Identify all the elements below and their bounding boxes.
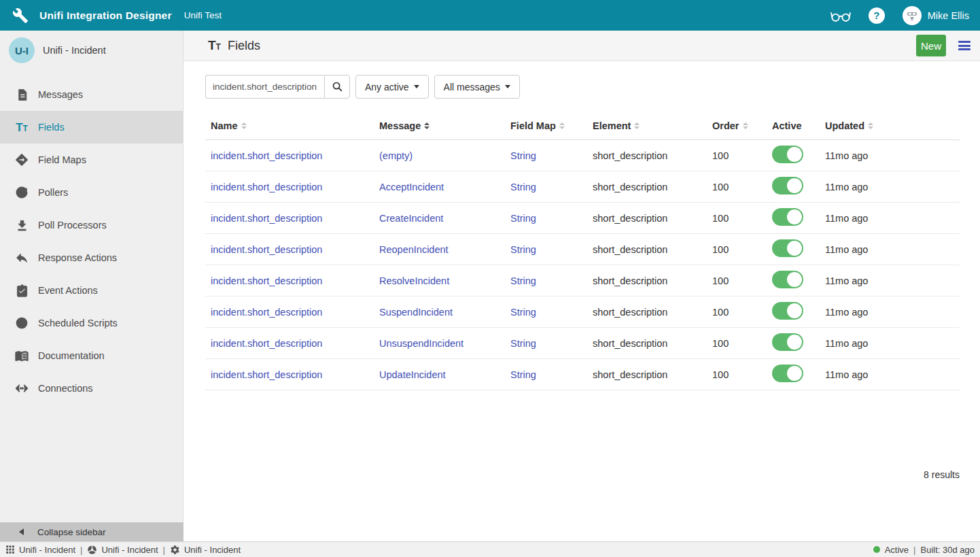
active-toggle[interactable]: [772, 333, 803, 351]
element-cell: short_description: [587, 182, 707, 192]
sidebar-item-scheduled-scripts[interactable]: Scheduled Scripts: [0, 307, 183, 339]
column-header-order[interactable]: Order: [707, 114, 767, 139]
statusbar-item-0[interactable]: Unifi - Incident: [5, 545, 75, 555]
column-header-message[interactable]: Message: [374, 114, 505, 139]
integration-name: Unifi - Incident: [43, 45, 106, 56]
field-map-link[interactable]: String: [510, 213, 536, 224]
main-panel: TT Fields New Any active All messages: [183, 31, 980, 541]
table-row: incident.short_description ResolveIncide…: [205, 265, 960, 297]
search-button[interactable]: [324, 75, 350, 99]
field-name-link[interactable]: incident.short_description: [211, 213, 322, 224]
field-maps-icon: [14, 152, 30, 168]
pollers-clock-icon: [14, 184, 30, 201]
column-header-name[interactable]: Name: [205, 114, 374, 139]
column-header-field-map[interactable]: Field Map: [505, 114, 587, 139]
field-name-link[interactable]: incident.short_description: [211, 244, 322, 255]
active-filter-dropdown[interactable]: Any active: [355, 75, 429, 99]
search-input[interactable]: [205, 75, 324, 99]
message-link[interactable]: ResolveIncident: [379, 275, 449, 286]
sidebar-item-poll-processors[interactable]: Poll Processors: [0, 209, 183, 241]
page-header: TT Fields New: [183, 31, 980, 61]
statusbar-item-1[interactable]: Unifi - Incident: [87, 545, 158, 555]
toggle-knob: [787, 303, 802, 318]
message-link[interactable]: UpdateIncident: [379, 369, 446, 380]
sort-icon: [241, 122, 247, 129]
glasses-icon[interactable]: [830, 8, 851, 23]
field-name-link[interactable]: incident.short_description: [211, 369, 322, 380]
active-toggle[interactable]: [772, 208, 803, 226]
field-map-link[interactable]: String: [510, 182, 536, 192]
field-map-link[interactable]: String: [510, 338, 536, 349]
order-cell: 100: [707, 275, 767, 286]
updated-cell: 11mo ago: [820, 369, 960, 380]
gear-icon: [170, 545, 180, 555]
sidebar-item-messages[interactable]: Messages: [0, 78, 183, 111]
sidebar-item-event-actions[interactable]: Event Actions: [0, 274, 183, 307]
field-map-link[interactable]: String: [510, 150, 536, 161]
environment-label[interactable]: Unifi Test: [184, 10, 222, 20]
sidebar-item-connections[interactable]: Connections: [0, 372, 183, 405]
column-header-active[interactable]: Active: [767, 114, 820, 139]
sidebar-item-fields[interactable]: TT Fields: [0, 111, 183, 144]
sidebar-item-field-maps[interactable]: Field Maps: [0, 144, 183, 176]
active-toggle[interactable]: [772, 146, 803, 163]
message-link[interactable]: (empty): [379, 150, 413, 161]
column-header-updated[interactable]: Updated: [820, 114, 960, 139]
active-toggle[interactable]: [772, 239, 803, 257]
sidebar-item-pollers[interactable]: Pollers: [0, 176, 183, 209]
active-toggle[interactable]: [772, 271, 803, 288]
table-row: incident.short_description UnsuspendInci…: [205, 328, 960, 359]
sidebar-item-documentation[interactable]: Documentation: [0, 339, 183, 372]
toggle-knob: [787, 209, 802, 224]
text-fields-icon: TT: [14, 119, 30, 135]
statusbar-item-2[interactable]: Unifi - Incident: [170, 545, 241, 555]
sidebar: U-I Unifi - Incident Messages TT Fields …: [0, 31, 183, 522]
integration-header[interactable]: U-I Unifi - Incident: [0, 31, 183, 70]
field-map-link[interactable]: String: [510, 307, 536, 318]
field-name-link[interactable]: incident.short_description: [211, 307, 322, 318]
field-map-link[interactable]: String: [510, 369, 536, 380]
sort-icon: [559, 122, 565, 129]
clipboard-check-icon: [14, 282, 30, 299]
sort-icon: [634, 122, 640, 129]
order-cell: 100: [707, 213, 767, 224]
field-name-link[interactable]: incident.short_description: [211, 150, 322, 161]
message-link[interactable]: ReopenIncident: [379, 244, 449, 255]
column-header-element[interactable]: Element: [587, 114, 707, 139]
message-link[interactable]: SuspendIncident: [379, 307, 453, 318]
wrench-icon: [12, 7, 29, 24]
element-cell: short_description: [587, 275, 707, 286]
sort-icon: [743, 122, 748, 129]
message-link[interactable]: CreateIncident: [379, 213, 443, 224]
table-row: incident.short_description UpdateInciden…: [205, 359, 960, 390]
element-cell: short_description: [587, 338, 707, 349]
book-icon: [14, 348, 30, 364]
app-title: Unifi Integration Designer: [39, 10, 172, 22]
field-name-link[interactable]: incident.short_description: [211, 182, 322, 192]
collapse-sidebar-button[interactable]: Collapse sidebar: [0, 522, 183, 541]
new-button[interactable]: New: [916, 35, 946, 56]
wheel-icon: [87, 545, 97, 555]
reply-arrow-icon: [14, 250, 30, 266]
sidebar-item-response-actions[interactable]: Response Actions: [0, 241, 183, 274]
message-filter-dropdown[interactable]: All messages: [434, 75, 520, 99]
play-circle-icon: [14, 315, 30, 331]
field-map-link[interactable]: String: [510, 244, 536, 255]
updated-cell: 11mo ago: [820, 182, 960, 192]
help-icon[interactable]: ?: [869, 7, 885, 24]
field-name-link[interactable]: incident.short_description: [211, 275, 322, 286]
text-fields-icon: TT: [208, 39, 221, 52]
field-name-link[interactable]: incident.short_description: [211, 338, 322, 349]
user-name[interactable]: Mike Ellis: [928, 10, 969, 21]
toggle-knob: [787, 178, 802, 193]
user-avatar[interactable]: [903, 6, 922, 25]
table-row: incident.short_description SuspendIncide…: [205, 297, 960, 328]
active-toggle[interactable]: [772, 365, 803, 382]
message-link[interactable]: UnsuspendIncident: [379, 338, 463, 349]
toggle-knob: [787, 241, 802, 256]
field-map-link[interactable]: String: [510, 275, 536, 286]
menu-icon[interactable]: [958, 41, 970, 50]
active-toggle[interactable]: [772, 302, 803, 320]
message-link[interactable]: AcceptIncident: [379, 182, 444, 192]
active-toggle[interactable]: [772, 177, 803, 195]
